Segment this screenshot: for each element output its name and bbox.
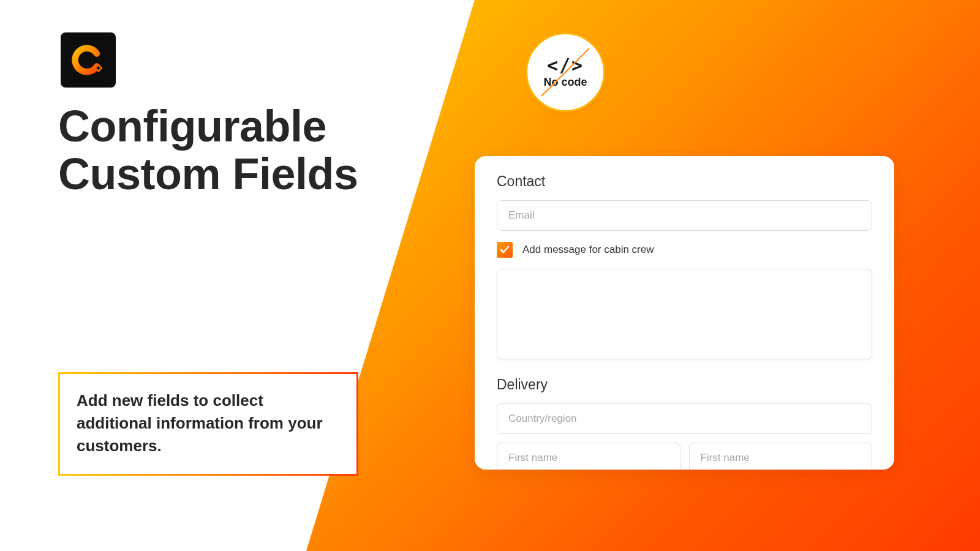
- title-line-1: Configurable: [58, 102, 326, 151]
- country-region-field[interactable]: [497, 403, 872, 434]
- no-code-badge: </> No code: [526, 32, 605, 112]
- logo-c-icon: [71, 43, 105, 77]
- callout-box: Add new fields to collect additional inf…: [58, 372, 358, 476]
- title-line-2: Custom Fields: [58, 149, 358, 198]
- contact-heading: Contact: [497, 173, 872, 190]
- cabin-crew-checkbox[interactable]: [497, 242, 513, 258]
- cabin-crew-message-textarea[interactable]: [497, 269, 872, 359]
- callout-text: Add new fields to collect additional inf…: [77, 389, 340, 457]
- delivery-heading: Delivery: [497, 377, 872, 393]
- first-name-field[interactable]: [497, 443, 680, 470]
- cabin-crew-checkbox-row[interactable]: Add message for cabin crew: [497, 242, 872, 258]
- form-preview-card: Contact Add message for cabin crew Deliv…: [475, 156, 894, 470]
- cabin-crew-checkbox-label: Add message for cabin crew: [522, 244, 654, 256]
- last-name-field[interactable]: [689, 443, 873, 470]
- email-field[interactable]: [497, 200, 872, 231]
- app-logo: [61, 32, 116, 88]
- checkmark-icon: [500, 245, 510, 255]
- page-title: Configurable Custom Fields: [58, 103, 358, 198]
